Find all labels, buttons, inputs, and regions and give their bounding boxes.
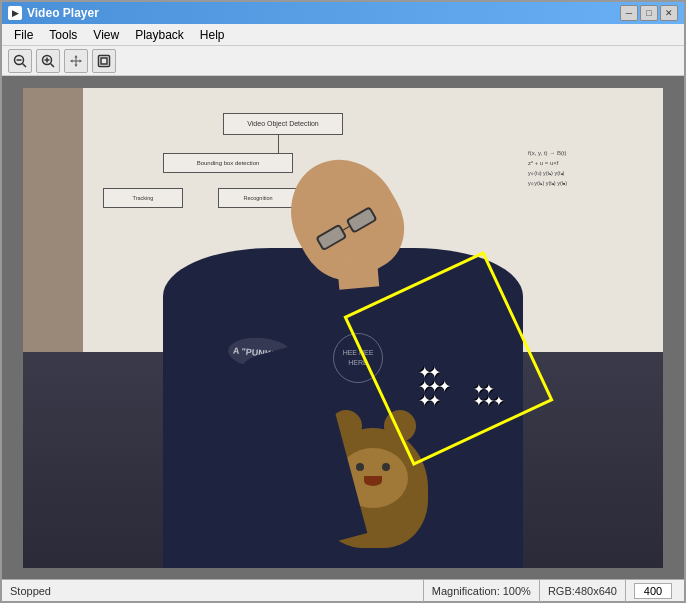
- math-line-2: z² + u = u×f: [528, 158, 648, 169]
- math-line-3: y₀ (t₀) y(t₁) y(t₂): [528, 169, 648, 179]
- person-neck: [337, 256, 379, 289]
- value-input[interactable]: [634, 583, 672, 599]
- glasses-bridge: [343, 226, 350, 230]
- svg-rect-7: [99, 55, 110, 66]
- zoom-in-button[interactable]: [36, 49, 60, 73]
- main-window: ▶ Video Player ─ □ ✕ File Tools View Pla…: [0, 0, 686, 603]
- maximize-button[interactable]: □: [640, 5, 658, 21]
- pan-button[interactable]: [64, 49, 88, 73]
- content-area: Video Object Detection Bounding box dete…: [2, 76, 684, 579]
- tracking-stars-2: ✦✦✦✦✦: [473, 383, 503, 408]
- window-controls: ─ □ ✕: [620, 5, 678, 21]
- arrow-v1: [278, 135, 279, 153]
- title-bar: ▶ Video Player ─ □ ✕: [2, 2, 684, 24]
- svg-line-2: [23, 63, 27, 67]
- window-title: Video Player: [27, 6, 99, 20]
- teddy-mouth: [364, 476, 382, 486]
- teddy-eye-left: [356, 463, 364, 471]
- rgb-status: RGB:480x640: [539, 580, 625, 602]
- app-icon: ▶: [8, 6, 22, 20]
- diag-box-4: Recognition: [218, 188, 298, 208]
- tracking-stars: ✦✦✦✦✦✦✦: [418, 366, 448, 409]
- menu-tools[interactable]: Tools: [41, 26, 85, 44]
- video-frame: Video Object Detection Bounding box dete…: [23, 88, 663, 568]
- diag-box-2: Bounding box detection: [163, 153, 293, 173]
- video-scene: Video Object Detection Bounding box dete…: [23, 88, 663, 568]
- diag-box-3: Tracking: [103, 188, 183, 208]
- menu-help[interactable]: Help: [192, 26, 233, 44]
- math-line-4: y₀ y(t₁) y(t₂) y(t₃): [528, 179, 648, 189]
- svg-line-6: [51, 63, 55, 67]
- teddy-ear-right: [384, 410, 416, 442]
- status-right: Magnification: 100% RGB:480x640: [423, 580, 676, 602]
- menu-file[interactable]: File: [6, 26, 41, 44]
- shirt-badge: HEE HEE HERE: [333, 333, 383, 383]
- minimize-button[interactable]: ─: [620, 5, 638, 21]
- teddy-eye-right: [382, 463, 390, 471]
- close-button[interactable]: ✕: [660, 5, 678, 21]
- menu-view[interactable]: View: [85, 26, 127, 44]
- value-section: [625, 580, 676, 602]
- magnification-status: Magnification: 100%: [423, 580, 539, 602]
- menu-bar: File Tools View Playback Help: [2, 24, 684, 46]
- svg-rect-8: [101, 58, 107, 64]
- menu-playback[interactable]: Playback: [127, 26, 192, 44]
- diag-box-1: Video Object Detection: [223, 113, 343, 135]
- fit-window-button[interactable]: [92, 49, 116, 73]
- status-text: Stopped: [10, 585, 423, 597]
- math-line-1: f(x, y, t) → B(t): [528, 148, 648, 159]
- math-text-area: f(x, y, t) → B(t) z² + u = u×f y₀ (t₀) y…: [528, 148, 648, 189]
- status-bar: Stopped Magnification: 100% RGB:480x640: [2, 579, 684, 601]
- toolbar: [2, 46, 684, 76]
- title-bar-left: ▶ Video Player: [8, 6, 99, 20]
- zoom-out-button[interactable]: [8, 49, 32, 73]
